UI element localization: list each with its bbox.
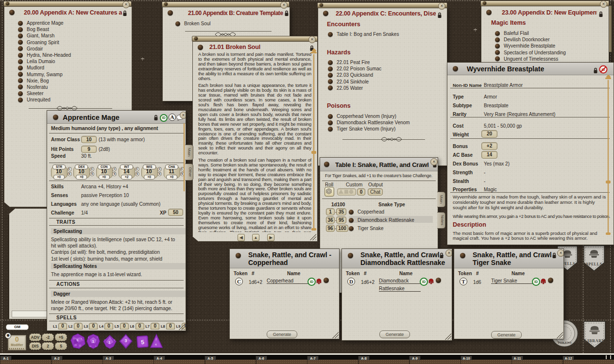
svg-text:2: 2 (155, 338, 157, 341)
svg-text:1: 1 (92, 339, 95, 344)
svg-text:12: 12 (73, 337, 76, 340)
svg-text:20: 20 (74, 344, 77, 347)
svg-text:1: 1 (108, 340, 111, 345)
svg-text:LIBRARY: LIBRARY (584, 339, 605, 343)
svg-text:SPELLS: SPELLS (586, 262, 602, 266)
svg-text:5: 5 (77, 339, 78, 342)
svg-text:10: 10 (79, 345, 82, 347)
svg-text:TOKENS: TOKENS (557, 341, 571, 345)
svg-text:3: 3 (125, 338, 127, 343)
